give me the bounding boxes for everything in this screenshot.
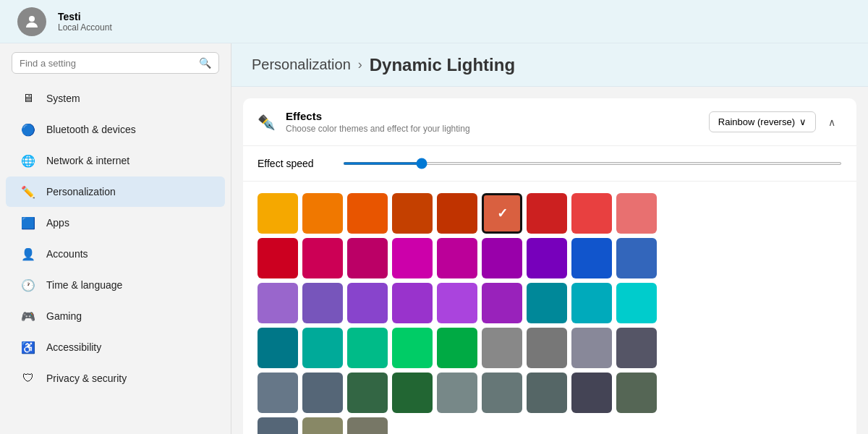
slider-container xyxy=(343,162,842,165)
color-swatch-1-8[interactable] xyxy=(616,238,657,278)
speed-label: Effect speed xyxy=(258,158,314,169)
color-swatch-1-2[interactable] xyxy=(347,238,388,278)
speed-slider[interactable] xyxy=(343,162,842,165)
sidebar-label-personalization: Personalization xyxy=(46,186,116,197)
color-swatch-0-1[interactable] xyxy=(302,193,343,234)
app-header: Testi Local Account xyxy=(0,0,868,43)
color-swatch-4-3[interactable] xyxy=(392,373,433,413)
color-swatch-5-1[interactable] xyxy=(302,417,343,434)
speed-row: Effect speed xyxy=(243,146,856,182)
sidebar-item-accounts[interactable]: 👤 Accounts xyxy=(6,239,225,269)
sidebar-label-time: Time & language xyxy=(46,279,122,291)
sidebar-label-gaming: Gaming xyxy=(46,310,82,322)
bluetooth-icon: 🔵 xyxy=(20,122,36,137)
color-swatch-4-4[interactable] xyxy=(437,373,477,413)
privacy-icon: 🛡 xyxy=(20,370,36,386)
effects-left: ✒️ Effects Choose color themes and effec… xyxy=(258,110,470,134)
color-swatch-2-8[interactable] xyxy=(616,283,657,323)
search-icon: 🔍 xyxy=(199,57,211,69)
color-swatch-2-7[interactable] xyxy=(571,283,612,323)
color-swatch-2-3[interactable] xyxy=(392,283,433,323)
content-area: Personalization › Dynamic Lighting ✒️ Ef… xyxy=(231,43,868,434)
effects-panel: ✒️ Effects Choose color themes and effec… xyxy=(243,98,856,434)
color-swatch-1-1[interactable] xyxy=(302,238,343,278)
color-swatch-5-2[interactable] xyxy=(347,417,388,434)
color-swatch-3-8[interactable] xyxy=(616,328,657,368)
color-row-2 xyxy=(258,283,842,323)
color-swatch-4-6[interactable] xyxy=(527,373,567,413)
apps-icon: 🟦 xyxy=(20,215,36,231)
search-input[interactable] xyxy=(20,58,193,69)
sidebar-item-apps[interactable]: 🟦 Apps xyxy=(6,208,225,238)
color-swatch-3-7[interactable] xyxy=(571,328,612,368)
color-swatch-1-7[interactable] xyxy=(571,238,612,278)
color-swatch-3-5[interactable] xyxy=(482,328,522,368)
collapse-button[interactable]: ∧ xyxy=(822,112,842,132)
color-swatch-0-3[interactable] xyxy=(392,193,433,234)
sidebar-item-personalization[interactable]: ✏️ Personalization xyxy=(6,176,225,207)
search-box[interactable]: 🔍 xyxy=(12,52,219,74)
color-swatch-0-8[interactable] xyxy=(616,193,657,234)
color-swatch-4-8[interactable] xyxy=(616,373,657,413)
color-swatch-3-0[interactable] xyxy=(258,328,298,368)
color-swatch-3-6[interactable] xyxy=(527,328,567,368)
breadcrumb-arrow: › xyxy=(358,57,362,72)
color-swatch-1-4[interactable] xyxy=(437,238,477,278)
network-icon: 🌐 xyxy=(20,153,36,169)
accessibility-icon: ♿ xyxy=(20,339,36,355)
color-swatch-4-5[interactable] xyxy=(482,373,522,413)
color-row-5 xyxy=(258,417,842,434)
breadcrumb-parent: Personalization xyxy=(252,56,351,73)
sidebar-item-privacy[interactable]: 🛡 Privacy & security xyxy=(6,363,225,393)
color-grid xyxy=(243,182,856,434)
sidebar-item-gaming[interactable]: 🎮 Gaming xyxy=(6,301,225,331)
color-swatch-1-0[interactable] xyxy=(258,238,298,278)
color-swatch-4-2[interactable] xyxy=(347,373,388,413)
user-name: Testi xyxy=(58,11,112,22)
effects-dropdown[interactable]: Rainbow (reverse) ∨ xyxy=(709,111,816,132)
chevron-up-icon: ∧ xyxy=(828,116,835,128)
color-swatch-1-6[interactable] xyxy=(527,238,567,278)
color-swatch-0-2[interactable] xyxy=(347,193,388,234)
accounts-icon: 👤 xyxy=(20,246,36,262)
color-swatch-2-2[interactable] xyxy=(347,283,388,323)
effects-title: Effects xyxy=(286,110,470,122)
color-swatch-4-7[interactable] xyxy=(571,373,612,413)
color-swatch-5-0[interactable] xyxy=(258,417,298,434)
color-swatch-0-6[interactable] xyxy=(527,193,567,234)
sidebar-item-network[interactable]: 🌐 Network & internet xyxy=(6,145,225,176)
color-swatch-1-3[interactable] xyxy=(392,238,433,278)
color-swatch-0-5[interactable] xyxy=(482,193,522,234)
sidebar-label-accounts: Accounts xyxy=(46,248,88,260)
sidebar-item-system[interactable]: 🖥 System xyxy=(6,83,225,114)
color-swatch-2-5[interactable] xyxy=(482,283,522,323)
color-swatch-3-2[interactable] xyxy=(347,328,388,368)
color-swatch-3-1[interactable] xyxy=(302,328,343,368)
sidebar-label-privacy: Privacy & security xyxy=(46,373,127,384)
color-swatch-2-0[interactable] xyxy=(258,283,298,323)
effects-header: ✒️ Effects Choose color themes and effec… xyxy=(243,98,856,146)
nav-list: 🖥 System 🔵 Bluetooth & devices 🌐 Network… xyxy=(0,82,231,394)
color-row-0 xyxy=(258,193,842,234)
effects-subtitle: Choose color themes and effect for your … xyxy=(286,124,470,134)
color-swatch-3-3[interactable] xyxy=(392,328,433,368)
breadcrumb: Personalization › Dynamic Lighting xyxy=(252,55,515,75)
color-swatch-3-4[interactable] xyxy=(437,328,477,368)
color-swatch-0-7[interactable] xyxy=(571,193,612,234)
system-icon: 🖥 xyxy=(20,90,36,106)
color-swatch-2-1[interactable] xyxy=(302,283,343,323)
color-swatch-0-0[interactable] xyxy=(258,193,298,234)
sidebar-item-bluetooth[interactable]: 🔵 Bluetooth & devices xyxy=(6,114,225,145)
color-swatch-0-4[interactable] xyxy=(437,193,477,234)
color-swatch-4-0[interactable] xyxy=(258,373,298,413)
svg-point-0 xyxy=(29,16,35,22)
color-swatch-2-6[interactable] xyxy=(527,283,567,323)
color-swatch-1-5[interactable] xyxy=(482,238,522,278)
color-swatch-2-4[interactable] xyxy=(437,283,477,323)
avatar xyxy=(17,7,46,36)
color-swatch-4-1[interactable] xyxy=(302,373,343,413)
sidebar-item-accessibility[interactable]: ♿ Accessibility xyxy=(6,332,225,362)
sidebar-item-time[interactable]: 🕐 Time & language xyxy=(6,270,225,300)
effects-info: Effects Choose color themes and effect f… xyxy=(286,110,470,134)
gaming-icon: 🎮 xyxy=(20,308,36,324)
